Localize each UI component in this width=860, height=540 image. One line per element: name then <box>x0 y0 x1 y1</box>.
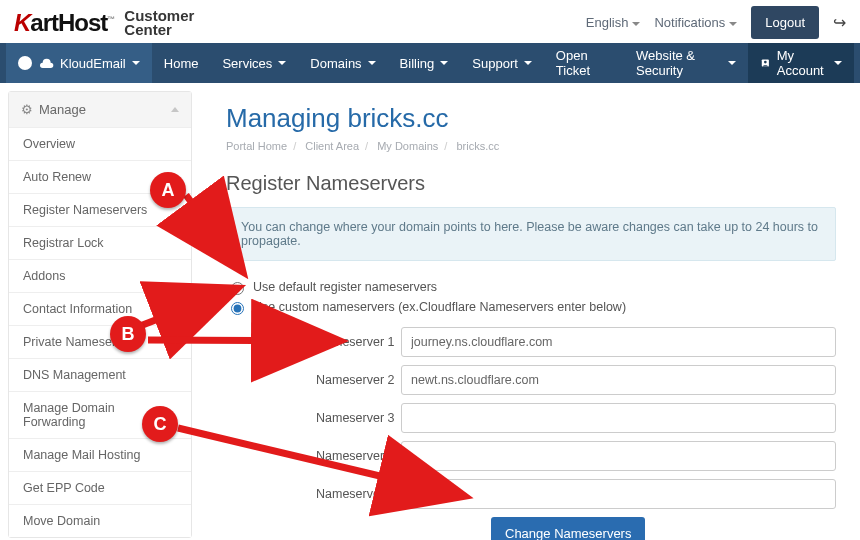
sidebar-item-contact-information[interactable]: Contact Information <box>9 292 191 325</box>
sidebar-item-private-nameservers[interactable]: Private Nameservers <box>9 325 191 358</box>
svg-point-1 <box>764 61 767 64</box>
manage-panel: ⚙Manage Overview Auto Renew Register Nam… <box>8 91 192 538</box>
cloud-icon <box>38 58 54 69</box>
sidebar-item-register-nameservers[interactable]: Register Nameservers <box>9 193 191 226</box>
breadcrumb-current: bricks.cc <box>456 140 499 152</box>
chevron-up-icon <box>171 107 179 112</box>
exit-icon[interactable]: ↪︎ <box>833 13 846 32</box>
sidebar-item-domain-forwarding[interactable]: Manage Domain Forwarding <box>9 391 191 438</box>
ns3-input[interactable] <box>401 403 836 433</box>
caret-down-icon <box>278 61 286 65</box>
sidebar-item-move-domain[interactable]: Move Domain <box>9 504 191 537</box>
ns5-label: Nameserver 5 <box>226 487 401 501</box>
sidebar-item-registrar-lock[interactable]: Registrar Lock <box>9 226 191 259</box>
sidebar-item-dns-management[interactable]: DNS Management <box>9 358 191 391</box>
sidebar-item-mail-hosting[interactable]: Manage Mail Hosting <box>9 438 191 471</box>
nav-domains[interactable]: Domains <box>298 43 387 83</box>
nav-support[interactable]: Support <box>460 43 544 83</box>
caret-down-icon <box>632 22 640 26</box>
radio-default-input[interactable] <box>231 282 244 295</box>
gear-icon: ⚙ <box>21 102 33 117</box>
sidebar-item-addons[interactable]: Addons <box>9 259 191 292</box>
radio-default-nameservers[interactable]: Use default register nameservers <box>226 279 836 295</box>
notifications-menu[interactable]: Notifications <box>654 15 737 30</box>
radio-label: Use default register nameservers <box>253 280 437 294</box>
brand-logo: KartHost™ <box>14 9 114 37</box>
caret-down-icon <box>834 61 842 65</box>
language-selector[interactable]: English <box>586 15 641 30</box>
manage-panel-header[interactable]: ⚙Manage <box>9 92 191 127</box>
sidebar-item-epp-code[interactable]: Get EPP Code <box>9 471 191 504</box>
ns5-input[interactable] <box>401 479 836 509</box>
logout-button[interactable]: Logout <box>751 6 819 39</box>
top-bar: KartHost™ CustomerCenter English Notific… <box>0 0 860 43</box>
sidebar-item-auto-renew[interactable]: Auto Renew <box>9 160 191 193</box>
caret-down-icon <box>728 61 736 65</box>
ns3-label: Nameserver 3 <box>226 411 401 425</box>
breadcrumb-link[interactable]: Client Area <box>305 140 359 152</box>
nav-services[interactable]: Services <box>210 43 298 83</box>
brand-tagline: CustomerCenter <box>124 9 194 37</box>
nav-kloudemail[interactable]: KloudEmail <box>6 43 152 83</box>
nav-billing[interactable]: Billing <box>388 43 461 83</box>
breadcrumb-link[interactable]: Portal Home <box>226 140 287 152</box>
caret-down-icon <box>524 61 532 65</box>
breadcrumb-link[interactable]: My Domains <box>377 140 438 152</box>
radio-custom-nameservers[interactable]: Use custom nameservers (ex.Cloudflare Na… <box>226 299 836 315</box>
user-icon <box>760 56 771 70</box>
ns4-label: Nameserver 4 <box>226 449 401 463</box>
radio-label: Use custom nameservers (ex.Cloudflare Na… <box>253 300 626 314</box>
change-nameservers-button[interactable]: Change Nameservers <box>491 517 645 540</box>
main-content: Managing bricks.cc Portal Home/ Client A… <box>200 83 860 540</box>
page-title: Managing bricks.cc <box>226 103 836 134</box>
ns4-input[interactable] <box>401 441 836 471</box>
main-nav: KloudEmail Home Services Domains Billing… <box>0 43 860 83</box>
info-alert: You can change where your domain points … <box>226 207 836 261</box>
ns2-label: Nameserver 2 <box>226 373 401 387</box>
breadcrumb: Portal Home/ Client Area/ My Domains/ br… <box>226 140 836 152</box>
caret-down-icon <box>729 22 737 26</box>
ns1-label: Nameserver 1 <box>226 335 401 349</box>
ns1-input[interactable] <box>401 327 836 357</box>
caret-down-icon <box>132 61 140 65</box>
top-right: English Notifications Logout ↪︎ <box>586 6 846 39</box>
caret-down-icon <box>368 61 376 65</box>
caret-down-icon <box>440 61 448 65</box>
radio-custom-input[interactable] <box>231 302 244 315</box>
nav-open-ticket[interactable]: Open Ticket <box>544 43 624 83</box>
nav-website-security[interactable]: Website & Security <box>624 43 748 83</box>
sidebar: ⚙Manage Overview Auto Renew Register Nam… <box>0 83 200 540</box>
nameserver-form: Nameserver 1 Nameserver 2 Nameserver 3 N… <box>226 327 836 540</box>
section-heading: Register Nameservers <box>226 172 836 195</box>
sidebar-item-overview[interactable]: Overview <box>9 127 191 160</box>
nav-home[interactable]: Home <box>152 43 211 83</box>
ns2-input[interactable] <box>401 365 836 395</box>
nav-my-account[interactable]: My Account <box>748 43 854 83</box>
brand: KartHost™ CustomerCenter <box>14 9 194 37</box>
